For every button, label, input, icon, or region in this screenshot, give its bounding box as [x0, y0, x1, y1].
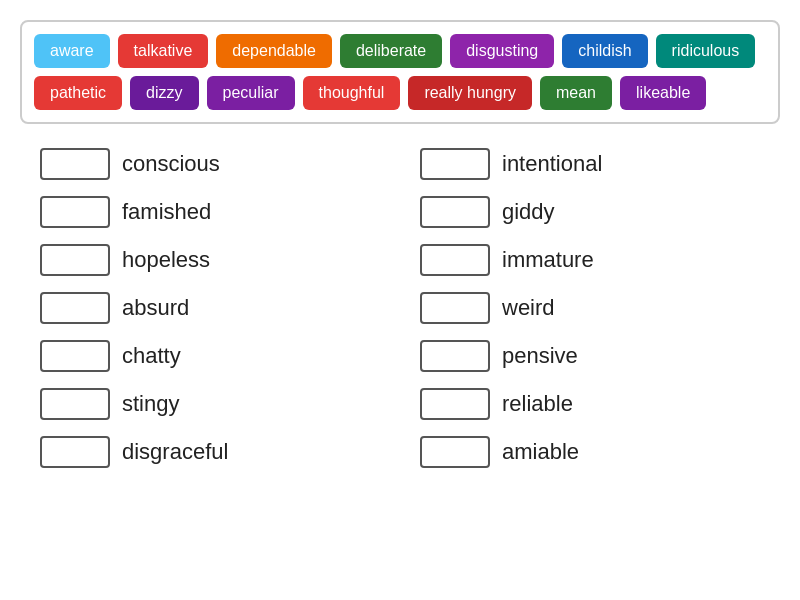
match-word-amiable: amiable: [502, 439, 579, 465]
match-row-intentional: intentional: [420, 148, 760, 180]
drop-box-intentional[interactable]: [420, 148, 490, 180]
drop-box-stingy[interactable]: [40, 388, 110, 420]
match-row-absurd: absurd: [40, 292, 380, 324]
drop-box-immature[interactable]: [420, 244, 490, 276]
drop-box-famished[interactable]: [40, 196, 110, 228]
match-row-amiable: amiable: [420, 436, 760, 468]
match-word-immature: immature: [502, 247, 594, 273]
match-word-pensive: pensive: [502, 343, 578, 369]
drop-box-absurd[interactable]: [40, 292, 110, 324]
match-word-intentional: intentional: [502, 151, 602, 177]
word-bank: awaretalkativedependabledeliberatedisgus…: [20, 20, 780, 124]
chip-talkative[interactable]: talkative: [118, 34, 209, 68]
chip-dependable[interactable]: dependable: [216, 34, 332, 68]
drop-box-weird[interactable]: [420, 292, 490, 324]
chip-thoughful[interactable]: thoughful: [303, 76, 401, 110]
match-word-reliable: reliable: [502, 391, 573, 417]
chip-deliberate[interactable]: deliberate: [340, 34, 442, 68]
chip-peculiar[interactable]: peculiar: [207, 76, 295, 110]
match-word-giddy: giddy: [502, 199, 555, 225]
chip-aware[interactable]: aware: [34, 34, 110, 68]
match-row-disgraceful: disgraceful: [40, 436, 380, 468]
drop-box-giddy[interactable]: [420, 196, 490, 228]
match-row-reliable: reliable: [420, 388, 760, 420]
match-row-pensive: pensive: [420, 340, 760, 372]
right-column: intentionalgiddyimmatureweirdpensivereli…: [420, 148, 760, 484]
match-row-stingy: stingy: [40, 388, 380, 420]
match-word-stingy: stingy: [122, 391, 179, 417]
match-word-famished: famished: [122, 199, 211, 225]
match-row-weird: weird: [420, 292, 760, 324]
drop-box-amiable[interactable]: [420, 436, 490, 468]
matching-area: consciousfamishedhopelessabsurdchattysti…: [20, 148, 780, 484]
chip-childish[interactable]: childish: [562, 34, 647, 68]
chip-mean[interactable]: mean: [540, 76, 612, 110]
match-word-disgraceful: disgraceful: [122, 439, 228, 465]
drop-box-disgraceful[interactable]: [40, 436, 110, 468]
left-column: consciousfamishedhopelessabsurdchattysti…: [40, 148, 380, 484]
match-word-weird: weird: [502, 295, 555, 321]
drop-box-hopeless[interactable]: [40, 244, 110, 276]
drop-box-reliable[interactable]: [420, 388, 490, 420]
match-word-hopeless: hopeless: [122, 247, 210, 273]
chip-likeable[interactable]: likeable: [620, 76, 706, 110]
match-row-conscious: conscious: [40, 148, 380, 180]
chip-disgusting[interactable]: disgusting: [450, 34, 554, 68]
match-word-chatty: chatty: [122, 343, 181, 369]
chip-really-hungry[interactable]: really hungry: [408, 76, 532, 110]
chip-dizzy[interactable]: dizzy: [130, 76, 198, 110]
match-word-conscious: conscious: [122, 151, 220, 177]
match-row-giddy: giddy: [420, 196, 760, 228]
chip-ridiculous[interactable]: ridiculous: [656, 34, 756, 68]
match-word-absurd: absurd: [122, 295, 189, 321]
match-row-famished: famished: [40, 196, 380, 228]
match-row-immature: immature: [420, 244, 760, 276]
chip-pathetic[interactable]: pathetic: [34, 76, 122, 110]
drop-box-pensive[interactable]: [420, 340, 490, 372]
match-row-chatty: chatty: [40, 340, 380, 372]
drop-box-conscious[interactable]: [40, 148, 110, 180]
match-row-hopeless: hopeless: [40, 244, 380, 276]
drop-box-chatty[interactable]: [40, 340, 110, 372]
